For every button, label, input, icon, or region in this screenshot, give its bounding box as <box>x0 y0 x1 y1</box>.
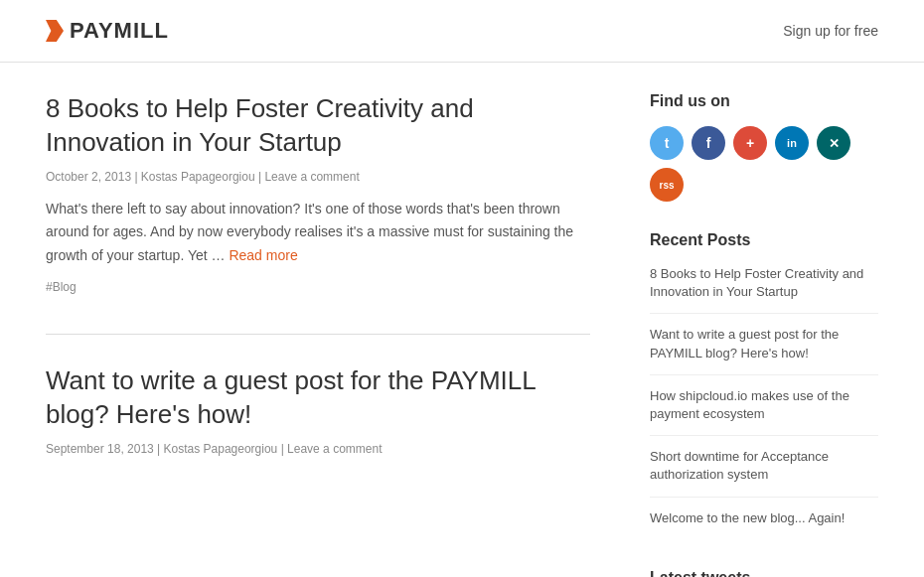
list-item: 8 Books to Help Foster Creativity and In… <box>650 265 878 314</box>
find-us-section: Find us on t f + in ✕ rss <box>650 92 878 202</box>
article-author[interactable]: Kostas Papageorgiou <box>164 442 278 456</box>
article-title: Want to write a guest post for the PAYMI… <box>46 364 590 432</box>
article-author[interactable]: Kostas Papageorgiou <box>141 170 255 184</box>
recent-post-link[interactable]: 8 Books to Help Foster Creativity and In… <box>650 266 863 299</box>
recent-post-link[interactable]: Want to write a guest post for the PAYMI… <box>650 327 839 360</box>
article-excerpt: What's there left to say about innovatio… <box>46 198 590 268</box>
article-item: Want to write a guest post for the PAYMI… <box>46 364 590 456</box>
page-content: 8 Books to Help Foster Creativity and In… <box>0 63 924 577</box>
google-plus-icon[interactable]: + <box>733 126 767 160</box>
twitter-icon[interactable]: t <box>650 126 684 160</box>
signup-link[interactable]: Sign up for free <box>783 23 878 39</box>
article-comment-link[interactable]: Leave a comment <box>287 442 382 456</box>
list-item: Welcome to the new blog... Again! <box>650 509 878 539</box>
read-more-link[interactable]: Read more <box>229 247 297 263</box>
article-item: 8 Books to Help Foster Creativity and In… <box>46 92 590 294</box>
find-us-heading: Find us on <box>650 92 878 110</box>
latest-tweets-section: Latest tweets <box>650 569 878 577</box>
latest-tweets-heading: Latest tweets <box>650 569 878 577</box>
article-meta: September 18, 2013 | Kostas Papageorgiou… <box>46 442 590 456</box>
recent-posts-list: 8 Books to Help Foster Creativity and In… <box>650 265 878 539</box>
list-item: How shipcloud.io makes use of the paymen… <box>650 387 878 436</box>
logo-icon <box>46 20 64 42</box>
article-date: September 18, 2013 <box>46 442 154 456</box>
article-comment-link[interactable]: Leave a comment <box>264 170 359 184</box>
rss-icon[interactable]: rss <box>650 168 684 202</box>
logo-link[interactable]: PAYMILL <box>46 18 169 44</box>
xing-icon[interactable]: ✕ <box>817 126 850 160</box>
recent-post-link[interactable]: How shipcloud.io makes use of the paymen… <box>650 388 849 421</box>
recent-post-link[interactable]: Short downtime for Acceptance authorizat… <box>650 449 829 482</box>
article-divider <box>46 334 590 335</box>
facebook-icon[interactable]: f <box>692 126 725 160</box>
site-header: PAYMILL Sign up for free <box>0 0 924 63</box>
list-item: Want to write a guest post for the PAYMI… <box>650 326 878 374</box>
article-meta: October 2, 2013 | Kostas Papageorgiou | … <box>46 170 590 184</box>
recent-posts-heading: Recent Posts <box>650 231 878 249</box>
article-tags: #Blog <box>46 280 590 294</box>
article-title-link[interactable]: 8 Books to Help Foster Creativity and In… <box>46 93 474 157</box>
social-icons-container: t f + in ✕ rss <box>650 126 878 202</box>
linkedin-icon[interactable]: in <box>775 126 809 160</box>
sidebar: Find us on t f + in ✕ rss Recent Posts 8… <box>650 92 878 577</box>
article-title: 8 Books to Help Foster Creativity and In… <box>46 92 590 160</box>
recent-post-link[interactable]: Welcome to the new blog... Again! <box>650 510 845 525</box>
recent-posts-section: Recent Posts 8 Books to Help Foster Crea… <box>650 231 878 539</box>
logo-text: PAYMILL <box>70 18 169 44</box>
article-title-link[interactable]: Want to write a guest post for the PAYMI… <box>46 365 536 429</box>
list-item: Short downtime for Acceptance authorizat… <box>650 448 878 497</box>
main-content: 8 Books to Help Foster Creativity and In… <box>46 92 590 577</box>
article-date: October 2, 2013 <box>46 170 131 184</box>
